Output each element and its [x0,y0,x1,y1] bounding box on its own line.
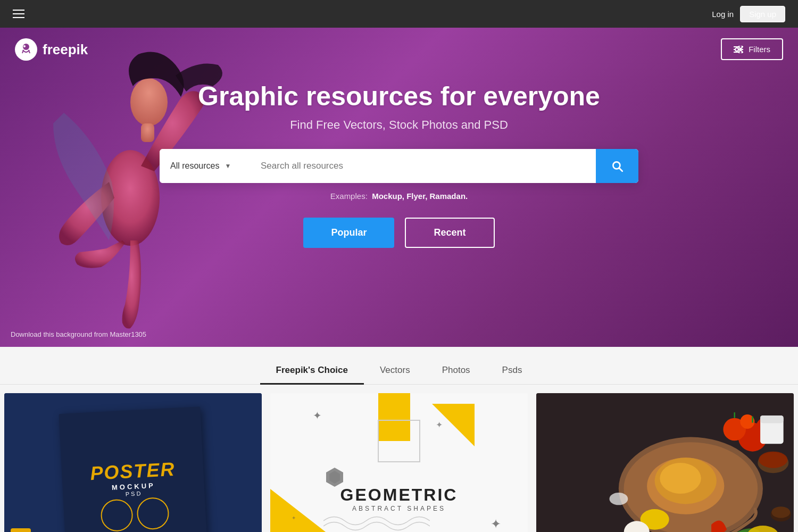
tab-psds[interactable]: Psds [486,358,538,385]
popular-button[interactable]: Popular [303,218,394,248]
cta-buttons: Popular Recent [0,218,798,248]
hero-content: Graphic resources for everyone Find Free… [0,81,798,248]
geo-honeycomb [324,467,345,490]
examples-text: Examples: Mockup, Flyer, Ramadan. [0,192,798,201]
hero-section: freepik Filters Graphic resources for ev… [0,28,798,347]
tabs-section: Freepik's Choice Vectors Photos Psds [0,347,798,385]
gallery-item-geometric[interactable]: ✦ ✦ ✦ ✦ GEOMETRIC ABSTRACT SHAPES [270,393,528,532]
svg-rect-31 [760,415,784,423]
poster-psd: PSD [125,490,142,497]
gallery-item-poster[interactable]: POSTER MOCKUP PSD [4,393,262,532]
category-dropdown[interactable]: All resources ▼ [160,149,250,183]
geometric-preview: ✦ ✦ ✦ ✦ GEOMETRIC ABSTRACT SHAPES [270,393,528,532]
food-illustration [536,393,794,532]
signup-button[interactable]: Sign up [740,6,785,22]
svg-line-5 [22,50,23,53]
chevron-down-icon: ▼ [225,162,231,170]
svg-point-38 [771,506,790,518]
top-navigation: Log in Sign up [0,0,798,28]
search-icon [610,159,624,173]
tab-freepiks-choice[interactable]: Freepik's Choice [260,358,364,385]
search-button[interactable] [596,149,638,183]
svg-point-12 [739,51,742,53]
recent-button[interactable]: Recent [405,218,494,248]
geo-wavy-lines [323,510,430,531]
svg-point-4 [23,45,26,47]
poster-mockup: POSTER MOCKUP PSD [59,406,207,532]
category-label: All resources [170,161,219,171]
examples-keywords: Mockup, Flyer, Ramadan. [372,192,468,201]
svg-point-39 [609,493,628,505]
logo-area[interactable]: freepik [15,38,88,61]
svg-point-29 [759,452,787,468]
content-tabs: Freepik's Choice Vectors Photos Psds [260,358,538,384]
filters-label: Filters [749,45,770,54]
login-button[interactable]: Log in [712,10,734,19]
search-input[interactable] [250,149,596,183]
poster-title: POSTER [89,458,176,484]
svg-point-11 [735,48,738,51]
geo-square-outline [378,420,420,462]
geo-dots-bl: ✦ [292,515,296,521]
tab-photos[interactable]: Photos [426,358,486,385]
gallery-item-food[interactable] [536,393,794,532]
logo-icon [15,38,37,61]
food-preview [536,393,794,532]
examples-prefix: Examples: [330,192,368,201]
poster-circle-2 [136,497,170,530]
poster-circles [78,495,193,532]
svg-point-21 [660,463,701,494]
geo-dots-tl: ✦ [313,409,322,422]
poster-preview: POSTER MOCKUP PSD [4,393,262,532]
tab-vectors[interactable]: Vectors [364,358,426,385]
filters-icon [734,46,743,53]
download-credit: Download this background from Master1305 [11,330,146,338]
svg-point-10 [739,46,742,48]
premium-badge [11,528,31,532]
gallery-grid: POSTER MOCKUP PSD ✦ ✦ ✦ ✦ [0,385,798,532]
geo-dots-tr: ✦ [436,420,443,430]
poster-circle-1 [100,498,134,532]
nav-left [13,10,24,18]
search-bar: All resources ▼ [160,149,638,183]
filters-button[interactable]: Filters [721,38,783,60]
nav-right: Log in Sign up [712,6,785,22]
hamburger-menu[interactable] [13,10,24,18]
hero-subtitle: Find Free Vectors, Stock Photos and PSD [0,118,798,132]
crown-icon [16,530,26,532]
svg-line-6 [29,50,30,53]
hero-title: Graphic resources for everyone [0,81,798,112]
logo-text: freepik [43,41,88,58]
geo-dots-br: ✦ [491,517,501,531]
